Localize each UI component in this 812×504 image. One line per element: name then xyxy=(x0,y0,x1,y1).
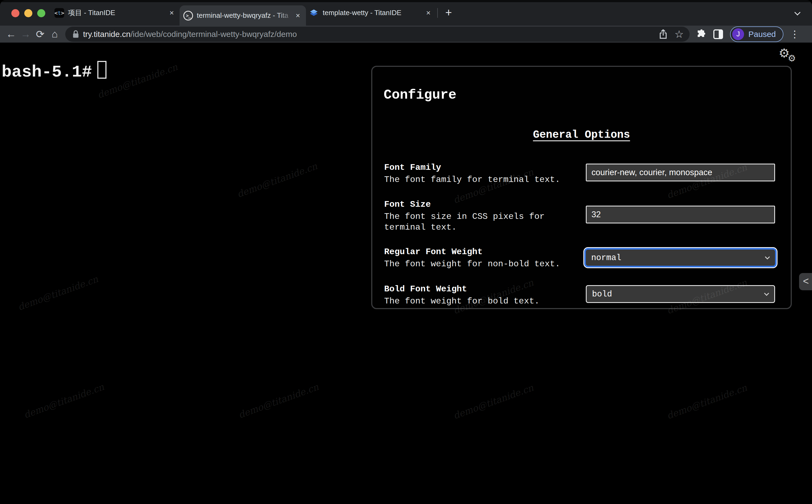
side-panel-icon[interactable] xyxy=(713,29,723,39)
selected-value: bold xyxy=(592,289,612,299)
general-options-heading: General Options xyxy=(372,129,791,141)
bold-font-weight-select[interactable]: bold xyxy=(586,285,775,303)
home-icon[interactable]: ⌂ xyxy=(47,28,62,40)
field-label: Font Family xyxy=(384,162,577,173)
field-label: Bold Font Weight xyxy=(384,284,577,295)
forward-icon[interactable]: → xyxy=(18,28,33,40)
lock-icon xyxy=(72,30,79,39)
close-window-button[interactable] xyxy=(11,9,19,17)
svg-text:“”: “” xyxy=(312,10,315,13)
tab-title: terminal-wetty-bwqryafz - Tita xyxy=(197,11,294,20)
field-description: The font weight for non-bold text. xyxy=(384,259,577,270)
watermark-text: demo@titanide.cn xyxy=(22,381,105,420)
terminal-prompt: bash-5.1# xyxy=(2,63,92,82)
close-tab-icon[interactable]: × xyxy=(294,11,302,20)
tab-template-wetty[interactable]: “” template-wetty - TitanIDE × xyxy=(309,0,433,26)
selected-value: normal xyxy=(591,253,621,263)
font-family-label-block: Font Family The font family for terminal… xyxy=(384,162,577,185)
font-family-input[interactable] xyxy=(586,164,775,181)
field-description: The font weight for bold text. xyxy=(384,296,577,307)
new-tab-button[interactable]: + xyxy=(443,7,455,19)
watermark-text: demo@titanide.cn xyxy=(665,382,748,421)
titanide-t-icon: <t> xyxy=(54,8,64,18)
watermark-text: demo@titanide.cn xyxy=(236,161,319,200)
address-bar[interactable]: try.titanide.cn/ide/web/coding/terminal-… xyxy=(65,27,690,42)
font-size-input[interactable] xyxy=(586,206,775,223)
profile-paused-button[interactable]: J Paused xyxy=(730,26,783,42)
reload-icon[interactable]: ⟳ xyxy=(33,28,47,40)
share-icon[interactable] xyxy=(659,29,668,40)
minimize-window-button[interactable] xyxy=(24,9,32,17)
field-description: The font family for terminal text. xyxy=(384,174,577,185)
watermark-text: demo@titanide.cn xyxy=(237,381,320,420)
terminal-icon: >_ xyxy=(183,11,193,20)
browser-menu-icon[interactable]: ⋮ xyxy=(790,29,800,40)
settings-gears-icon[interactable]: ⚙ ⚙ xyxy=(779,46,790,60)
field-label: Font Size xyxy=(384,199,577,210)
watermark-text: demo@titanide.cn xyxy=(452,382,535,421)
tab-strip: <t> 项目 - TitanIDE × >_ terminal-wetty-bw… xyxy=(0,0,812,26)
field-description: The font size in CSS pixels for terminal… xyxy=(384,211,577,233)
chevron-down-icon xyxy=(765,254,770,259)
field-label: Regular Font Weight xyxy=(384,246,577,258)
watermark-text: demo@titanide.cn xyxy=(96,61,179,101)
chevron-left-icon: < xyxy=(803,276,809,288)
tab-project[interactable]: <t> 项目 - TitanIDE × xyxy=(54,0,176,26)
font-size-label-block: Font Size The font size in CSS pixels fo… xyxy=(384,199,577,233)
terminal-page: demo@titanide.cndemo@titanide.cndemo@tit… xyxy=(0,43,812,504)
tab-divider xyxy=(437,8,438,18)
browser-toolbar: ← → ⟳ ⌂ try.titanide.cn/ide/web/coding/t… xyxy=(0,26,812,43)
back-icon[interactable]: ← xyxy=(4,28,18,40)
watermark-text: demo@titanide.cn xyxy=(16,274,99,313)
regular-font-weight-select[interactable]: normal xyxy=(586,250,775,266)
bookmark-star-icon[interactable]: ☆ xyxy=(675,28,684,40)
tab-terminal-wetty-active[interactable]: >_ terminal-wetty-bwqryafz - Tita × xyxy=(180,5,306,26)
profile-status-label: Paused xyxy=(748,30,776,39)
regular-font-weight-label-block: Regular Font Weight The font weight for … xyxy=(384,246,577,270)
bold-font-weight-label-block: Bold Font Weight The font weight for bol… xyxy=(384,284,577,307)
browser-window: <t> 项目 - TitanIDE × >_ terminal-wetty-bw… xyxy=(0,0,812,504)
zoom-window-button[interactable] xyxy=(37,9,45,17)
tab-title: 项目 - TitanIDE xyxy=(68,8,167,18)
configure-panel: Configure General Options Font Family Th… xyxy=(371,66,792,309)
terminal-prompt-line: bash-5.1# xyxy=(2,59,106,82)
tab-overflow-chevron-icon[interactable] xyxy=(794,9,801,16)
terminal-cursor xyxy=(97,61,106,79)
url-text: try.titanide.cn/ide/web/coding/terminal-… xyxy=(83,30,297,39)
panel-title: Configure xyxy=(384,87,456,103)
template-stack-icon: “” xyxy=(309,8,319,18)
chevron-down-icon xyxy=(764,291,769,296)
extensions-puzzle-icon[interactable] xyxy=(697,29,706,39)
close-tab-icon[interactable]: × xyxy=(167,9,176,17)
tab-title: template-wetty - TitanIDE xyxy=(323,9,424,17)
collapse-panel-handle[interactable]: < xyxy=(799,273,812,290)
close-tab-icon[interactable]: × xyxy=(424,9,433,17)
avatar: J xyxy=(732,28,744,40)
